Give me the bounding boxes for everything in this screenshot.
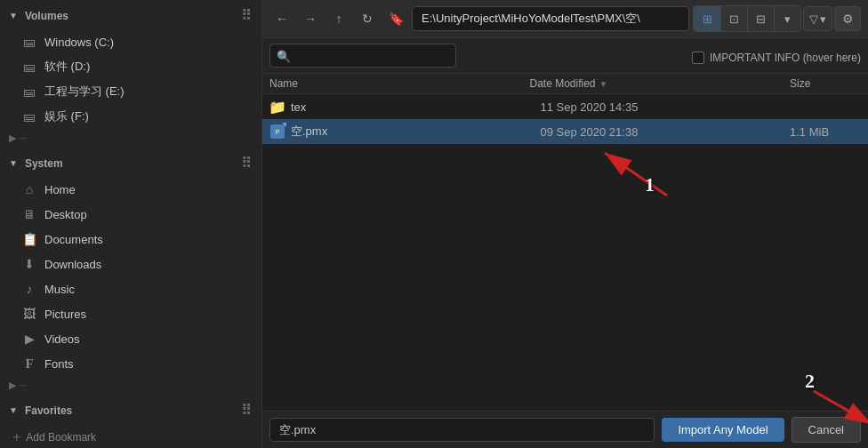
fonts-icon: F [21,356,37,372]
search-icon: 🔍 [277,49,291,62]
refresh-button[interactable]: ↻ [355,6,380,31]
filter-button[interactable]: ▽ ▾ [803,6,832,31]
search-input[interactable] [269,44,456,68]
sidebar-item-software-d[interactable]: 🖴 软件 (D:) [0,54,261,79]
sort-arrow-icon: ▼ [599,79,608,89]
column-headers: Name Date Modified ▼ Size [262,74,868,94]
cancel-button[interactable]: Cancel [792,417,861,443]
add-bookmark-item[interactable]: + Add Bookmark [0,424,261,448]
icon-view-button[interactable]: ⊟ [747,6,774,31]
favorites-arrow: ▼ [9,405,18,415]
videos-icon: ▶ [21,331,37,347]
sidebar-item-windows-c[interactable]: 🖴 Windows (C:) [0,29,261,54]
sidebar-item-fonts[interactable]: F Fonts [0,351,261,376]
file-manager-main: ← → ↑ ↻ 🔖 E:\UnityProject\MiHoYoModelTes… [262,0,868,448]
sidebar-item-label: 娱乐 (F:) [44,108,89,124]
sidebar-item-label: Music [44,283,75,296]
col-header-size: Size [790,77,861,90]
sidebar-item-videos[interactable]: ▶ Videos [0,326,261,351]
system-section-header[interactable]: ▼ System ⠿ [0,148,261,177]
grid-view-button[interactable]: ⊡ [720,6,747,31]
file-date-pmx: 09 Sep 2020 21:38 [541,125,791,139]
sidebar-item-label: Pictures [44,308,86,321]
favorites-dots: ⠿ [241,402,253,419]
system-arrow: ▼ [9,158,18,168]
pmx-file-icon: P [269,124,285,140]
main-panel: ← → ↑ ↻ 🔖 E:\UnityProject\MiHoYoModelTes… [262,0,868,448]
back-button[interactable]: ← [269,6,294,31]
file-size-pmx: 1.1 MiB [790,125,861,139]
documents-icon: 📋 [21,231,37,247]
pictures-icon: 🖼 [21,306,37,322]
volumes-arrow: ▼ [9,11,18,20]
drive-icon: 🖴 [21,34,37,50]
sidebar-item-downloads[interactable]: ⬇ Downloads [0,252,261,276]
file-name-pmx: 空.pmx [291,124,541,140]
top-bar: ← → ↑ ↻ 🔖 E:\UnityProject\MiHoYoModelTes… [262,0,868,38]
sidebar-item-documents[interactable]: 📋 Documents [0,227,261,252]
file-row-pmx[interactable]: P 空.pmx 09 Sep 2020 21:38 1.1 MiB [262,119,868,144]
sidebar-item-pictures[interactable]: 🖼 Pictures [0,301,261,326]
info-checkbox[interactable] [692,52,704,64]
drive-icon: 🖴 [21,59,37,75]
expand-dots-icon: ▶ ··· [9,380,27,391]
sidebar-item-work-e[interactable]: 🖴 工程与学习 (E:) [0,79,261,104]
up-button[interactable]: ↑ [326,6,351,31]
view-toggle-group: ⊞ ⊡ ⊟ ▾ [693,5,801,32]
favorites-section-header[interactable]: ▼ Favorites ⠿ [0,395,261,424]
music-icon: ♪ [21,281,37,297]
file-row-tex[interactable]: 📁 tex 11 Sep 2020 14:35 [262,94,868,119]
expand-dots-icon: ▶ ··· [9,132,27,144]
file-name-tex: tex [291,100,541,114]
sidebar-item-label: Home [44,183,76,196]
col-size-label: Size [790,77,810,90]
path-text: E:\UnityProject\MiHoYoModelTest\PMX\空\ [422,11,640,27]
sidebar-item-music[interactable]: ♪ Music [0,276,261,301]
filename-input[interactable] [269,418,655,442]
gear-icon: ⚙ [842,12,854,26]
sidebar: ▼ Volumes ⠿ 🖴 Windows (C:) 🖴 软件 (D:) 🖴 工… [0,0,262,448]
sidebar-item-label: Documents [44,233,103,246]
view-dropdown-button[interactable]: ▾ [774,6,800,31]
import-button[interactable]: Import Any Model [662,418,784,442]
path-bar[interactable]: E:\UnityProject\MiHoYoModelTest\PMX\空\ [412,6,689,31]
sidebar-item-label: Downloads [44,258,101,271]
volumes-dots: ⠿ [241,7,253,24]
add-bookmark-label: Add Bookmark [26,431,96,444]
file-list: 📁 tex 11 Sep 2020 14:35 P 空.pmx 09 Sep 2… [262,94,868,411]
sidebar-item-label: Windows (C:) [44,36,114,49]
sidebar-item-desktop[interactable]: 🖥 Desktop [0,202,261,227]
system-expand[interactable]: ▶ ··· [0,376,261,395]
add-icon: + [12,429,20,445]
forward-button[interactable]: → [298,6,323,31]
col-name-label: Name [269,77,298,90]
list-view-button[interactable]: ⊞ [694,6,720,31]
col-header-date: Date Modified ▼ [530,77,791,90]
drive-icon: 🖴 [21,84,37,100]
file-area: Name Date Modified ▼ Size 📁 tex [262,74,868,411]
volumes-label: Volumes [25,10,68,22]
sidebar-item-label: 工程与学习 (E:) [44,84,125,100]
system-dots: ⠿ [241,155,253,172]
sidebar-item-label: Desktop [44,208,87,221]
file-date-tex: 11 Sep 2020 14:35 [541,100,791,114]
volumes-expand[interactable]: ▶ ··· [0,129,261,148]
toolbar-right: ⊞ ⊡ ⊟ ▾ ▽ ▾ ⚙ [693,5,861,32]
drive-icon: 🖴 [21,108,37,124]
filter-dropdown-icon: ▾ [820,12,826,26]
volumes-section-header[interactable]: ▼ Volumes ⠿ [0,0,261,29]
sidebar-item-entertainment-f[interactable]: 🖴 娱乐 (F:) [0,104,261,129]
info-label: IMPORTANT INFO (hover here) [710,52,861,64]
filter-icon: ▽ [809,12,818,26]
settings-button[interactable]: ⚙ [834,6,861,31]
bookmark-button[interactable]: 🔖 [383,6,408,31]
info-panel: IMPORTANT INFO (hover here) [692,52,861,64]
folder-icon: 📁 [269,99,285,115]
favorites-label: Favorites [25,404,72,417]
sidebar-item-label: 软件 (D:) [44,59,90,75]
system-label: System [25,157,63,170]
col-header-name: Name [269,77,530,90]
col-date-label: Date Modified [530,77,596,90]
desktop-icon: 🖥 [21,206,37,222]
sidebar-item-home[interactable]: ⌂ Home [0,177,261,202]
